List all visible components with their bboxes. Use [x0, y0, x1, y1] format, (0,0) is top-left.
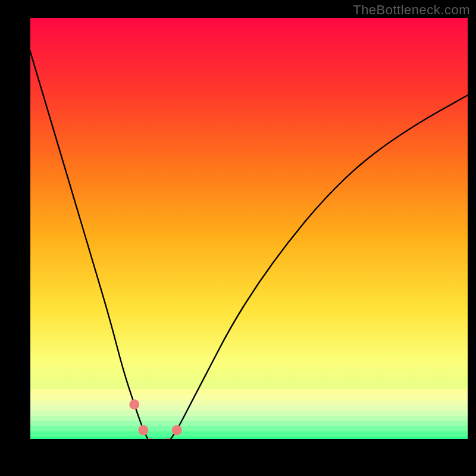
curve-markers: [129, 399, 181, 447]
marker-dot: [163, 438, 173, 447]
marker-dot: [138, 425, 148, 436]
marker-dot: [172, 425, 182, 436]
curve-layer: [20, 18, 468, 447]
chart-frame: TheBottleneck.com: [0, 0, 476, 476]
watermark-label: TheBottleneck.com: [353, 2, 470, 18]
marker-dot: [129, 399, 139, 409]
bottleneck-curve: [20, 18, 468, 446]
plot-area: [20, 18, 468, 447]
